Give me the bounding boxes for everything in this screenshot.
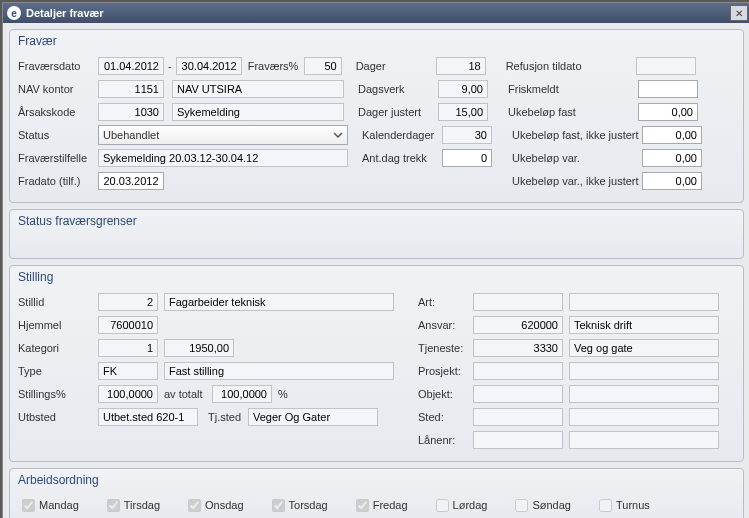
- label-kategori: Kategori: [18, 342, 98, 354]
- label-tjeneste: Tjeneste:: [418, 342, 473, 354]
- select-status-value: Ubehandlet: [103, 129, 159, 141]
- field-lanenr-navn: [569, 431, 719, 449]
- label-dager-justert: Dager justert: [358, 106, 438, 118]
- field-kalenderdager: [442, 126, 492, 144]
- field-objekt[interactable]: [473, 385, 563, 403]
- field-dato-fra[interactable]: [98, 57, 164, 75]
- label-ukebelop-var: Ukebeløp var.: [512, 152, 642, 164]
- field-dager-justert: [438, 103, 488, 121]
- group-title-status-fg: Status fraværsgrenser: [18, 214, 735, 230]
- field-sted-navn: [569, 408, 719, 426]
- label-dagsverk: Dagsverk: [358, 83, 438, 95]
- group-title-arbeidsordning: Arbeidsordning: [18, 473, 735, 489]
- field-totalt: [212, 385, 272, 403]
- field-sted[interactable]: [473, 408, 563, 426]
- field-utbsted: [98, 408, 198, 426]
- label-hjemmel: Hjemmel: [18, 319, 98, 331]
- field-dager: [436, 57, 486, 75]
- field-stillid: [98, 293, 158, 311]
- pct-sign: %: [278, 388, 288, 400]
- label-avtotalt: av totalt: [164, 388, 212, 400]
- group-title-fravaer: Fravær: [18, 34, 735, 50]
- field-ukebelop-var-ij[interactable]: [642, 172, 702, 190]
- field-stillingspct: [98, 385, 158, 403]
- field-prosjekt-navn: [569, 362, 719, 380]
- app-icon: e: [7, 6, 21, 20]
- field-kategori: [98, 339, 158, 357]
- check-lordag[interactable]: Lørdag: [436, 499, 488, 512]
- field-dato-til[interactable]: [176, 57, 242, 75]
- field-art[interactable]: [473, 293, 563, 311]
- label-objekt: Objekt:: [418, 388, 473, 400]
- field-nav-kode[interactable]: [98, 80, 164, 98]
- window-title: Detaljer fravær: [26, 7, 730, 19]
- close-button[interactable]: ✕: [730, 5, 748, 21]
- label-fravaersdato: Fraværsdato: [18, 60, 98, 72]
- chevron-down-icon: [331, 128, 345, 142]
- group-title-stilling: Stilling: [18, 270, 735, 286]
- label-ansvar: Ansvar:: [418, 319, 473, 331]
- field-ukebelop-fast-ij[interactable]: [642, 126, 702, 144]
- label-fravaerstilfelle: Fraværstilfelle: [18, 152, 98, 164]
- field-dagsverk: [438, 80, 488, 98]
- check-torsdag[interactable]: Torsdag: [272, 499, 328, 512]
- group-arbeidsordning: Arbeidsordning Mandag Tirsdag Onsdag Tor…: [9, 468, 744, 518]
- label-fravaerspct: Fraværs%: [248, 60, 304, 72]
- field-tjeneste-navn: [569, 339, 719, 357]
- group-status-fg: Status fraværsgrenser: [9, 209, 744, 259]
- label-lanenr: Lånenr:: [418, 434, 473, 446]
- label-refusjon: Refusjon tildato: [506, 60, 636, 72]
- label-friskmeldt: Friskmeldt: [508, 83, 638, 95]
- field-type-navn: [164, 362, 394, 380]
- label-type: Type: [18, 365, 98, 377]
- field-aarsak-kode[interactable]: [98, 103, 164, 121]
- field-prosjekt[interactable]: [473, 362, 563, 380]
- label-aarsak: Årsakskode: [18, 106, 98, 118]
- label-sted: Sted:: [418, 411, 473, 423]
- label-ukebelop-fast: Ukebeløp fast: [508, 106, 638, 118]
- select-status[interactable]: Ubehandlet: [98, 125, 348, 145]
- field-antdag[interactable]: [442, 149, 492, 167]
- label-stillingspct: Stillings%: [18, 388, 98, 400]
- label-prosjekt: Prosjekt:: [418, 365, 473, 377]
- label-antdag: Ant.dag trekk: [362, 152, 442, 164]
- check-onsdag[interactable]: Onsdag: [188, 499, 244, 512]
- field-ukebelop-fast[interactable]: [638, 103, 698, 121]
- field-type-kode: [98, 362, 158, 380]
- label-kalenderdager: Kalenderdager: [362, 129, 442, 141]
- field-ansvar[interactable]: [473, 316, 563, 334]
- label-nav: NAV kontor: [18, 83, 98, 95]
- field-friskmeldt[interactable]: [638, 80, 698, 98]
- field-refusjon[interactable]: [636, 57, 696, 75]
- field-ansvar-navn: [569, 316, 719, 334]
- field-objekt-navn: [569, 385, 719, 403]
- field-lanenr[interactable]: [473, 431, 563, 449]
- field-fradato[interactable]: [98, 172, 164, 190]
- date-sep: -: [168, 60, 172, 72]
- field-tjeneste[interactable]: [473, 339, 563, 357]
- check-turnus[interactable]: Turnus: [599, 499, 650, 512]
- label-ukebelop-var-ij: Ukebeløp var., ikke justert: [512, 175, 642, 187]
- field-stillid-navn: [164, 293, 394, 311]
- field-nav-navn: [172, 80, 344, 98]
- group-stilling: Stilling Stillid Hjemmel Kategori: [9, 265, 744, 462]
- field-fravaerspct[interactable]: [304, 57, 342, 75]
- titlebar: e Detaljer fravær ✕: [3, 3, 749, 23]
- field-kategori-v: [164, 339, 234, 357]
- check-mandag[interactable]: Mandag: [22, 499, 79, 512]
- check-sondag[interactable]: Søndag: [515, 499, 571, 512]
- label-status: Status: [18, 129, 98, 141]
- label-utbsted: Utbsted: [18, 411, 98, 423]
- check-tirsdag[interactable]: Tirsdag: [107, 499, 160, 512]
- label-art: Art:: [418, 296, 473, 308]
- field-hjemmel: [98, 316, 158, 334]
- field-aarsak-navn: [172, 103, 344, 121]
- label-stillid: Stillid: [18, 296, 98, 308]
- label-tjsted: Tj.sted: [208, 411, 248, 423]
- check-fredag[interactable]: Fredag: [356, 499, 408, 512]
- close-icon: ✕: [735, 8, 743, 19]
- field-fravaerstilfelle: [98, 149, 348, 167]
- field-ukebelop-var[interactable]: [642, 149, 702, 167]
- label-ukebelop-fast-ij: Ukebeløp fast, ikke justert: [512, 129, 642, 141]
- group-fravaer: Fravær Fraværsdato - Fraværs% Dager Refu…: [9, 29, 744, 203]
